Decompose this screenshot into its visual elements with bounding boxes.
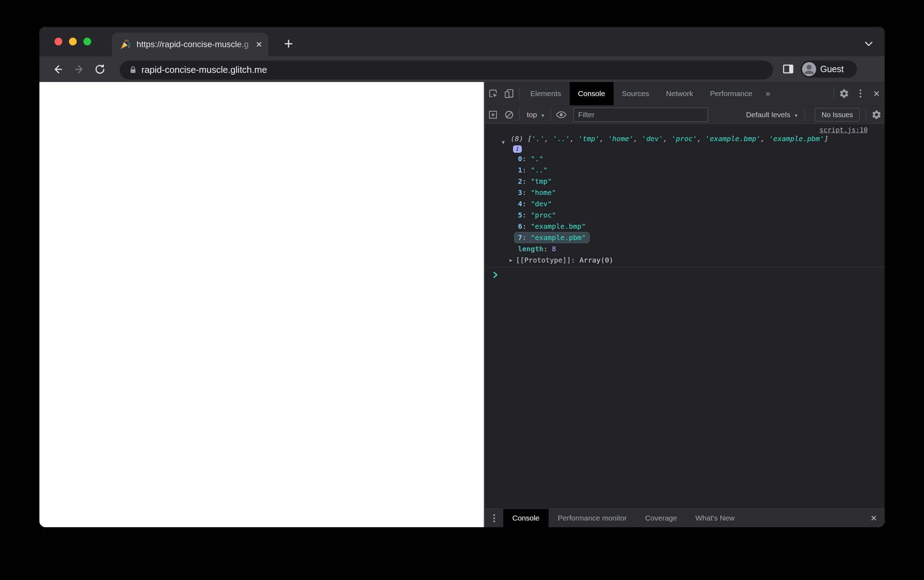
devtools-tabbar: ElementsConsoleSourcesNetworkPerformance… (485, 82, 885, 105)
drawer-tab-console[interactable]: Console (503, 509, 549, 527)
divider (551, 109, 551, 121)
browser-tab[interactable]: https://rapid-concise-muscle.g × (112, 33, 268, 56)
party-popper-favicon (120, 39, 131, 50)
console-array-item-6[interactable]: 6: "example.bmp" (485, 221, 885, 232)
drawer-tab-coverage[interactable]: Coverage (636, 509, 686, 527)
issues-button[interactable]: No Issues (815, 108, 860, 122)
prototype-row[interactable]: ▶ [[Prototype]]: Array(0) (485, 254, 885, 266)
tab-search-chevron-icon[interactable] (863, 39, 875, 49)
console-array-item-1[interactable]: 1: ".." (485, 164, 885, 176)
console-array-item-3[interactable]: 3: "home" (485, 187, 885, 198)
devtools-tab-network[interactable]: Network (658, 82, 702, 105)
devtools-panel: ElementsConsoleSourcesNetworkPerformance… (484, 82, 885, 527)
close-window-button[interactable] (54, 38, 62, 45)
devtools-tab-performance[interactable]: Performance (702, 82, 761, 105)
browser-window: https://rapid-concise-muscle.g × + rapid… (39, 27, 885, 527)
expand-closed-icon[interactable]: ▶ (510, 254, 512, 266)
drawer-tabs: ConsolePerformance monitorCoverageWhat's… (503, 509, 744, 527)
new-tab-button[interactable]: + (280, 36, 297, 53)
prompt-chevron-icon (492, 271, 499, 279)
inspect-element-icon[interactable] (485, 82, 501, 105)
devtools-settings-icon[interactable] (836, 82, 852, 105)
source-link[interactable]: script.js:10 (819, 126, 868, 134)
devtools-tab-sources[interactable]: Sources (614, 82, 658, 105)
forward-icon[interactable] (72, 62, 86, 76)
devtools-tabs: ElementsConsoleSourcesNetworkPerformance (522, 82, 761, 105)
array-items: 0: "."1: ".."2: "tmp"3: "home"4: "dev"5:… (485, 153, 885, 243)
tab-close-icon[interactable]: × (253, 38, 265, 51)
drawer-menu-icon[interactable] (485, 517, 503, 519)
info-icon: i (513, 145, 522, 153)
info-badge-row: i (485, 144, 885, 153)
devtools-menu-icon[interactable] (852, 82, 868, 105)
chevron-down-icon: ▼ (541, 113, 545, 118)
array-preview[interactable]: ▼ (8) ['.', '..', 'tmp', 'home', 'dev', … (485, 134, 885, 144)
fullscreen-window-button[interactable] (84, 38, 91, 45)
console-settings-icon[interactable] (868, 105, 885, 124)
reload-icon[interactable] (93, 62, 107, 76)
lock-icon[interactable] (128, 65, 138, 76)
live-expression-eye-icon[interactable] (553, 105, 569, 124)
devtools-close-icon[interactable]: × (868, 82, 885, 105)
console-sidebar-toggle-icon[interactable] (485, 105, 501, 124)
chevron-down-icon: ▼ (794, 113, 798, 118)
log-levels-selector[interactable]: Default levels▼ (746, 110, 798, 119)
divider (834, 87, 834, 100)
context-selector[interactable]: top▼ (522, 110, 549, 119)
expand-open-icon[interactable]: ▼ (502, 138, 505, 147)
browser-toolbar: rapid-concise-muscle.glitch.me Guest (39, 56, 885, 82)
array-length-row: length: 8 (485, 243, 885, 254)
console-array-item-2[interactable]: 2: "tmp" (485, 176, 885, 187)
profile-button[interactable]: Guest (801, 61, 857, 78)
clear-console-icon[interactable] (501, 105, 517, 124)
devtools-drawer: ConsolePerformance monitorCoverageWhat's… (485, 509, 885, 527)
console-prompt[interactable] (485, 267, 885, 281)
side-panel-icon[interactable] (781, 62, 795, 76)
console-array-item-5[interactable]: 5: "proc" (485, 209, 885, 221)
url-bar[interactable]: rapid-concise-muscle.glitch.me (120, 61, 773, 79)
divider (520, 87, 520, 100)
highlighted-array-item[interactable]: 7: "example.pbm" (514, 232, 590, 243)
device-toolbar-icon[interactable] (501, 82, 517, 105)
console-toolbar: top▼ Default levels▼ No Issues (485, 105, 885, 124)
divider (520, 109, 520, 121)
filter-input[interactable] (574, 110, 708, 119)
drawer-tab-what-s-new[interactable]: What's New (686, 509, 743, 527)
console-message-source: script.js:10 (485, 124, 885, 134)
divider (805, 109, 805, 121)
back-icon[interactable] (51, 62, 66, 76)
profile-label: Guest (820, 64, 844, 74)
titlebar: https://rapid-concise-muscle.g × + (39, 27, 885, 56)
tab-title: https://rapid-concise-muscle.g (136, 40, 259, 50)
minimize-window-button[interactable] (69, 38, 77, 45)
devtools-tab-elements[interactable]: Elements (522, 82, 570, 105)
drawer-close-icon[interactable]: × (871, 512, 885, 524)
page-content (39, 82, 484, 527)
drawer-tab-performance-monitor[interactable]: Performance monitor (549, 509, 636, 527)
console-array-item-0[interactable]: 0: "." (485, 153, 885, 164)
console-array-item-7[interactable]: 7: "example.pbm" (485, 232, 885, 243)
filter-input-box[interactable] (574, 108, 708, 122)
devtools-tab-console[interactable]: Console (570, 82, 614, 105)
console-array-item-4[interactable]: 4: "dev" (485, 198, 885, 209)
avatar-icon (802, 62, 816, 78)
url-text: rapid-concise-muscle.glitch.me (141, 64, 267, 75)
console-messages: script.js:10 ▼ (8) ['.', '..', 'tmp', 'h… (485, 124, 885, 509)
content-area: ElementsConsoleSourcesNetworkPerformance… (39, 82, 885, 527)
more-tabs-icon[interactable]: » (761, 89, 775, 99)
